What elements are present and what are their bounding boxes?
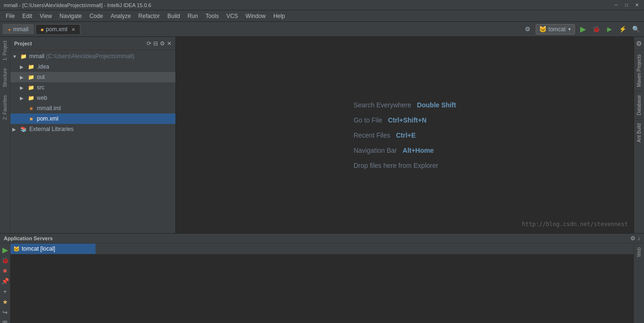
mmall-tab-label: mmall xyxy=(13,26,28,33)
right-tab-ant[interactable]: Ant Build xyxy=(635,119,643,146)
maximize-button[interactable]: □ xyxy=(623,2,630,9)
hide-icon[interactable]: ✕ xyxy=(167,40,172,47)
bottom-debug-btn[interactable]: 🐞 xyxy=(1,256,9,264)
tree-out[interactable]: ▶ 📁 out xyxy=(10,72,175,82)
src-arrow: ▶ xyxy=(20,85,27,90)
menu-tools[interactable]: Tools xyxy=(202,12,223,20)
menu-edit[interactable]: Edit xyxy=(18,12,36,20)
tree-external-libs[interactable]: ▶ 📚 External Libraries xyxy=(10,124,175,134)
server-tab-label: tomcat [local] xyxy=(22,245,55,252)
watermark: http://blog.csdn.net/stevennest xyxy=(522,221,628,227)
tree-root-mmall[interactable]: ▼ 📁 mmall (C:\Users\Alex\IdeaProjects\mm… xyxy=(10,51,175,61)
out-folder-icon: 📁 xyxy=(27,73,35,81)
right-tab-database[interactable]: Database xyxy=(635,91,643,119)
structure-side-label[interactable]: Structure xyxy=(1,64,9,91)
pom-label: pom.xml xyxy=(37,115,58,122)
title-bar: mmall - [C:\Users\Alex\IdeaProjects\mmal… xyxy=(0,0,644,10)
tree-pom-xml[interactable]: ■ pom.xml xyxy=(10,113,175,124)
project-side-label[interactable]: 1: Project xyxy=(1,37,9,64)
recent-files-label: Recent Files xyxy=(354,131,391,139)
bottom-run-btn[interactable]: ▶ xyxy=(1,245,9,254)
main-area: 1: Project Structure 2: Favorites Projec… xyxy=(0,37,644,233)
bottom-arrow-icon[interactable]: ↓ xyxy=(637,235,640,242)
pom-xml-close-icon[interactable]: ✕ xyxy=(71,27,75,32)
toolbar-icon-1[interactable]: ⚙ xyxy=(522,24,533,35)
idea-folder-icon: 📁 xyxy=(27,63,35,70)
menu-vcs[interactable]: VCS xyxy=(223,12,242,20)
project-header-actions: ⟳ ⊟ ⚙ ✕ xyxy=(147,40,172,47)
bottom-web-label[interactable]: Web xyxy=(635,244,643,261)
search-everywhere-btn[interactable]: 🔍 xyxy=(631,24,641,35)
tree-idea[interactable]: ▶ 📁 .idea xyxy=(10,61,175,72)
welcome-row-1: Search Everywhere Double Shift xyxy=(354,101,456,109)
src-label: src xyxy=(37,84,44,91)
menu-file[interactable]: File xyxy=(2,12,18,20)
pom-icon: ■ xyxy=(27,115,35,122)
root-arrow: ▼ xyxy=(12,54,20,59)
goto-file-shortcut: Ctrl+Shift+N xyxy=(388,116,426,124)
src-folder-icon: 📁 xyxy=(27,84,35,91)
project-tree: ▼ 📁 mmall (C:\Users\Alex\IdeaProjects\mm… xyxy=(10,50,175,233)
tomcat-icon: 🐱 xyxy=(539,26,547,33)
run-button[interactable]: ▶ xyxy=(578,24,588,35)
bottom-stop-btn[interactable]: ■ xyxy=(1,266,9,275)
debug-icon[interactable]: 🐞 xyxy=(591,24,601,35)
collapse-icon[interactable]: ⊟ xyxy=(153,40,158,47)
menu-run[interactable]: Run xyxy=(184,12,202,20)
web-arrow: ▶ xyxy=(20,96,27,101)
extlib-icon: 📚 xyxy=(20,125,27,133)
mmall-tab-icon: ● xyxy=(8,27,11,32)
server-tab[interactable]: 🐱 tomcat [local] xyxy=(10,244,96,254)
bottom-main: 🐱 tomcat [local] xyxy=(10,244,634,323)
root-folder-icon: 📁 xyxy=(20,52,27,60)
goto-file-label: Go to File xyxy=(354,116,383,124)
idea-arrow: ▶ xyxy=(20,64,27,70)
menu-help[interactable]: Help xyxy=(270,12,289,20)
settings-icon[interactable]: ⚙ xyxy=(160,40,165,47)
tree-web[interactable]: ▶ 📁 web xyxy=(10,93,175,103)
bottom-run-icon: ▶ xyxy=(2,245,8,254)
project-num: 1: Project xyxy=(2,41,8,61)
web-label: web xyxy=(37,95,47,101)
menu-analyze[interactable]: Analyze xyxy=(107,12,135,20)
search-everywhere-shortcut: Double Shift xyxy=(417,101,456,109)
welcome-row-5: Drop files here from Explorer xyxy=(354,162,438,169)
out-label: out xyxy=(37,74,45,80)
bottom-star-btn[interactable]: ★ xyxy=(1,297,9,306)
sync-icon[interactable]: ⟳ xyxy=(147,40,151,47)
menu-code[interactable]: Code xyxy=(86,12,107,20)
tree-src[interactable]: ▶ 📁 src xyxy=(10,82,175,93)
tab-pom-xml[interactable]: ■ pom.xml ✕ xyxy=(35,24,80,34)
coverage-icon[interactable]: ▶ xyxy=(604,24,615,35)
menu-refactor[interactable]: Refactor xyxy=(135,12,164,20)
right-icon-top[interactable]: ⚙ xyxy=(635,37,644,50)
recent-files-shortcut: Ctrl+E xyxy=(396,131,416,139)
server-tab-icon: 🐱 xyxy=(13,246,20,252)
tree-mmall-iml[interactable]: ■ mmall.iml xyxy=(10,103,175,113)
favorites-side-label[interactable]: 2: Favorites xyxy=(1,91,9,123)
profile-icon[interactable]: ⚡ xyxy=(618,24,628,35)
window-controls: ─ □ ✕ xyxy=(613,2,640,9)
menu-view[interactable]: View xyxy=(36,12,56,20)
bottom-title: Application Servers xyxy=(4,236,52,241)
bottom-settings-icon[interactable]: ⚙ xyxy=(630,235,635,242)
root-label: mmall (C:\Users\Alex\IdeaProjects\mmall) xyxy=(29,53,134,60)
bottom-grid-btn[interactable]: ⊞ xyxy=(1,318,9,323)
menu-build[interactable]: Build xyxy=(164,12,184,20)
tomcat-selector[interactable]: 🐱 tomcat ▼ xyxy=(536,24,575,35)
project-panel: Project ⟳ ⊟ ⚙ ✕ ▼ 📁 mmall (C:\Users\Alex… xyxy=(10,37,176,233)
app-title: mmall - [C:\Users\Alex\IdeaProjects\mmal… xyxy=(4,2,151,8)
close-button[interactable]: ✕ xyxy=(634,2,640,9)
bottom-pin-btn[interactable]: 📌 xyxy=(1,277,9,285)
right-tab-maven[interactable]: Maven Projects xyxy=(635,50,643,91)
bottom-forward-btn[interactable]: ↪ xyxy=(1,308,9,316)
menu-bar: File Edit View Navigate Code Analyze Ref… xyxy=(0,10,644,22)
bottom-add-btn[interactable]: + xyxy=(1,287,9,296)
welcome-row-4: Navigation Bar Alt+Home xyxy=(354,147,434,154)
menu-window[interactable]: Window xyxy=(242,12,270,20)
menu-navigate[interactable]: Navigate xyxy=(56,12,86,20)
welcome-row-2: Go to File Ctrl+Shift+N xyxy=(354,116,426,124)
minimize-button[interactable]: ─ xyxy=(613,2,619,9)
tab-mmall[interactable]: ● mmall xyxy=(3,24,34,34)
bottom-left-tools: ▶ 🐞 ■ 📌 + ★ ↪ ⊞ xyxy=(0,244,10,323)
